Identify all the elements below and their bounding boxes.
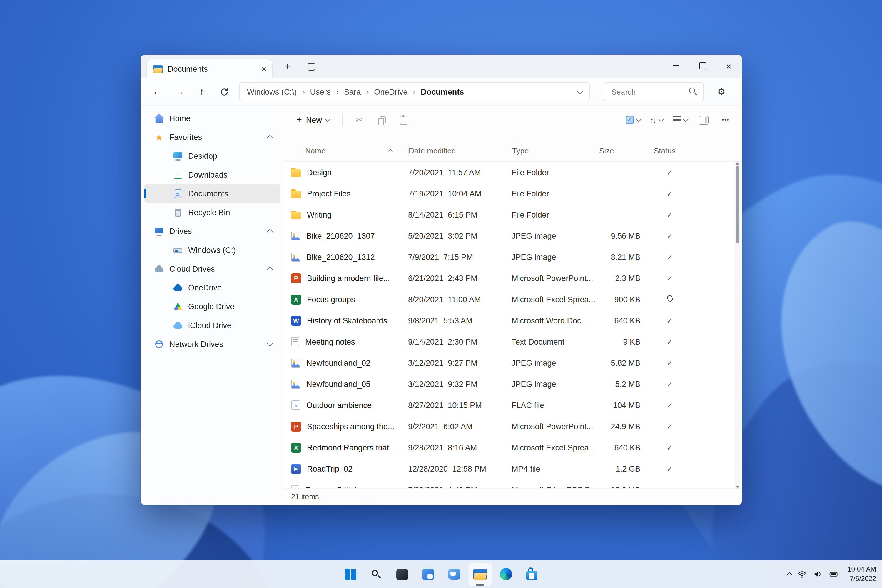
chevron-down-icon[interactable] [267,340,273,346]
taskbar-clock[interactable]: 10:04 AM 7/5/2022 [848,565,876,583]
sidebar-item-downloads[interactable]: Downloads [144,165,280,184]
more-options-button[interactable]: ••• [715,110,736,130]
sidebar-item-recycle-bin[interactable]: Recycle Bin [144,203,280,222]
chevron-up-icon[interactable] [267,229,273,236]
sidebar-item-favorites[interactable]: Favorites [144,128,280,146]
taskbar-chat-button[interactable] [442,562,466,586]
scroll-up-icon[interactable] [735,162,739,165]
tab-actions-icon[interactable] [303,59,319,74]
forward-button[interactable]: → [169,82,190,102]
taskbar-widgets-button[interactable] [416,562,440,586]
column-header-size[interactable]: Size [598,145,644,156]
file-row-newfoundland-05[interactable]: Newfoundland_053/12/2021 9:32 PMJPEG ima… [284,374,742,394]
file-row-newfoundland-02[interactable]: Newfoundland_023/12/2021 9:27 PMJPEG ima… [284,352,742,374]
sidebar-item-network-drives[interactable]: Network Drives [144,334,280,353]
sidebar-item-label: Downloads [188,170,228,179]
sidebar-item-google-drive[interactable]: Google Drive [144,297,280,316]
image-icon [291,358,300,367]
file-row-bike-210620-1312[interactable]: Bike_210620_13127/9/2021 7:15 PMJPEG ima… [284,246,742,267]
minimize-icon [673,66,679,66]
sync-check-icon: ✓ [667,211,673,219]
battery-icon[interactable] [830,570,839,579]
file-name-label: Writing [307,210,332,219]
back-button[interactable]: ← [146,82,168,102]
file-row-history-of-skateboards[interactable]: WHistory of Skateboards9/8/2021 5:53 AMM… [284,310,742,331]
sidebar-item-icloud-drive[interactable]: iCloud Drive [144,316,280,334]
taskbar-search-button[interactable] [364,562,388,586]
copy-button[interactable] [371,110,392,130]
file-row-outdoor-ambience[interactable]: ♪Outdoor ambience8/27/2021 10:15 PMFLAC … [284,394,742,416]
sidebar-item-desktop[interactable]: Desktop [144,146,280,165]
minimize-button[interactable] [663,55,689,77]
scrollbar[interactable] [734,161,740,489]
view-menu-button[interactable] [668,110,692,130]
paste-button[interactable] [393,110,414,130]
file-row-bike-210620-1307[interactable]: Bike_210620_13075/20/2021 3:02 PMJPEG im… [284,225,742,246]
file-row-building-a-modern-file[interactable]: PBuilding a modern file...6/21/2021 2:43… [284,267,742,289]
file-name-cell: Newfoundland_02 [284,358,408,367]
column-header-type[interactable]: Type [512,145,598,156]
sidebar-item-documents[interactable]: Documents [144,184,280,203]
clock-date: 7/5/2022 [848,574,876,583]
file-status: ✓ [644,380,696,388]
chevron-up-icon[interactable] [267,266,273,273]
address-dropdown-icon[interactable] [576,88,583,94]
sync-check-icon: ✓ [667,338,673,346]
file-row-focus-groups[interactable]: XFocus groups8/20/2021 11:00 AMMicrosoft… [284,289,742,310]
copy-icon [378,116,385,124]
settings-button[interactable]: ⚙ [711,82,732,102]
breadcrumb-segment-onedrive[interactable]: OneDrive [374,87,408,96]
column-header-name[interactable]: Name [284,145,408,156]
refresh-button[interactable] [213,82,235,102]
breadcrumb-segment-sara[interactable]: Sara [344,87,361,96]
wifi-icon[interactable] [798,570,807,579]
tab-documents[interactable]: Documents × [146,59,273,78]
cut-button[interactable]: ✂ [349,110,370,130]
sidebar-item-windows-c[interactable]: Windows (C:) [144,240,280,259]
address-bar[interactable]: Windows (C:\)›Users›Sara›OneDrive›Docume… [239,82,590,101]
sync-check-icon: ✓ [667,359,673,367]
taskbar-edge-button[interactable] [494,562,518,586]
taskbar-store-button[interactable] [519,562,544,586]
select-menu-button[interactable] [621,110,645,130]
file-row-roadtrip-02[interactable]: ▶RoadTrip_0212/28/2020 12:58 PMMP4 file1… [284,458,742,479]
breadcrumb-segment-users[interactable]: Users [310,87,331,96]
active-app-indicator [476,584,484,586]
details-pane-button[interactable] [693,110,714,130]
titlebar[interactable]: Documents × + × [141,55,742,78]
file-row-running-british[interactable]: Running British...7/28/2021 4:40 PMMicro… [284,479,742,488]
new-tab-button[interactable]: + [280,59,295,74]
sort-menu-button[interactable]: ↑↓ [646,110,667,130]
file-size: 104 MB [598,401,644,410]
column-header-date-modified[interactable]: Date modified [408,145,512,156]
file-row-project-files[interactable]: Project Files7/19/2021 10:04 AMFile Fold… [284,183,742,204]
close-button[interactable]: × [716,55,742,77]
file-row-design[interactable]: Design7/20/2021 11:57 AMFile Folder✓ [284,162,742,183]
sidebar-item-cloud-drives[interactable]: Cloud Drives [144,259,280,278]
new-button[interactable]: + New [290,110,336,130]
taskbar-file-explorer-button[interactable] [468,562,492,586]
file-row-meeting-notes[interactable]: Meeting notes9/14/2021 2:30 PMText Docum… [284,331,742,352]
scroll-down-icon[interactable] [735,486,739,488]
sidebar-item-home[interactable]: Home [144,109,280,128]
taskbar-start-button[interactable] [338,562,363,586]
chevron-up-icon[interactable] [267,135,273,141]
maximize-button[interactable] [689,55,716,77]
breadcrumb-segment-documents[interactable]: Documents [421,87,464,96]
file-row-redmond-rangers-triat[interactable]: XRedmond Rangers triat...9/28/2021 8:16 … [284,437,742,458]
tab-close-icon[interactable]: × [262,64,266,73]
volume-icon[interactable] [813,570,823,579]
sidebar-item-drives[interactable]: Drives [144,222,280,240]
sidebar-item-onedrive[interactable]: OneDrive [144,278,280,297]
tray-overflow-chevron-icon[interactable] [788,573,792,578]
file-row-spaceships-among-the[interactable]: PSpaceships among the...9/2/2021 6:02 AM… [284,416,742,437]
taskbar-task-view-button[interactable] [390,562,414,586]
file-row-writing[interactable]: Writing8/14/2021 6:15 PMFile Folder✓ [284,204,742,225]
breadcrumb-segment-windows-c[interactable]: Windows (C:\) [247,87,297,96]
search-input[interactable] [610,87,682,97]
search-box[interactable] [604,82,704,101]
file-name-label: Spaceships among the... [307,422,394,431]
scrollbar-thumb[interactable] [735,166,739,243]
column-header-status[interactable]: Status [644,145,696,156]
up-button[interactable]: ↑ [191,82,212,102]
